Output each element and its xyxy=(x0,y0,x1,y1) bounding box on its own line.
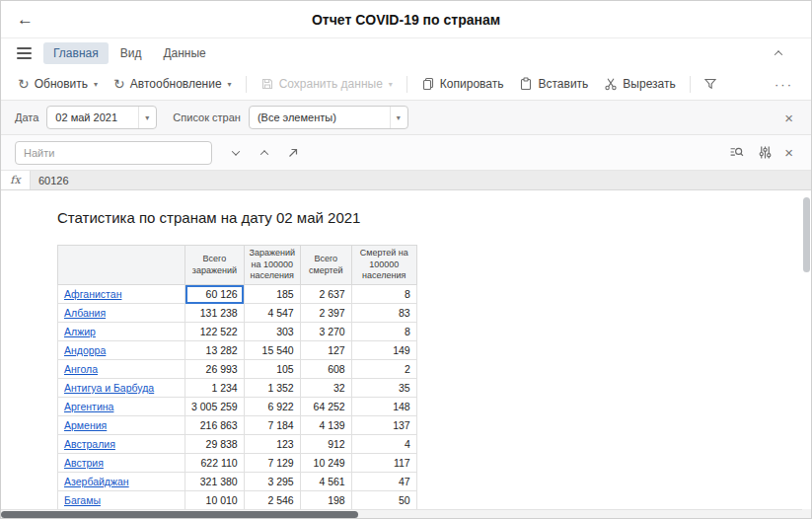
value-cell[interactable]: 622 110 xyxy=(185,454,245,473)
value-cell[interactable]: 137 xyxy=(351,416,416,435)
close-parameters-button[interactable]: × xyxy=(780,109,797,127)
paste-button[interactable]: Вставить xyxy=(512,73,595,95)
menu-icon[interactable] xyxy=(17,47,32,59)
country-cell: Австрия xyxy=(58,454,185,473)
formula-bar-value[interactable]: 60126 xyxy=(31,171,811,189)
value-cell[interactable]: 64 252 xyxy=(300,398,351,416)
value-cell[interactable]: 1 352 xyxy=(244,379,300,398)
value-cell[interactable]: 198 xyxy=(300,491,351,509)
save-data-button[interactable]: Сохранить данные ▾ xyxy=(254,73,400,95)
value-cell[interactable]: 608 xyxy=(300,360,351,379)
country-cell: Австралия xyxy=(58,435,185,454)
value-cell[interactable]: 4 561 xyxy=(300,473,351,491)
countries-dropdown[interactable]: (Все элементы) ▾ xyxy=(249,106,408,129)
value-cell[interactable]: 117 xyxy=(351,454,416,473)
horizontal-scroll-thumb[interactable] xyxy=(1,511,358,518)
vertical-scroll-thumb[interactable] xyxy=(803,197,810,272)
value-cell[interactable]: 3 270 xyxy=(300,323,351,341)
value-cell[interactable]: 185 xyxy=(244,285,300,304)
search-in-list-icon xyxy=(729,145,744,160)
sliders-icon xyxy=(758,145,773,160)
value-cell[interactable]: 303 xyxy=(244,323,300,341)
country-link[interactable]: Ангола xyxy=(64,363,98,375)
value-cell[interactable]: 1 234 xyxy=(185,379,245,398)
value-cell[interactable]: 105 xyxy=(244,360,300,379)
corner-header-cell xyxy=(58,246,185,285)
value-cell[interactable]: 122 522 xyxy=(185,323,245,341)
tab-home[interactable]: Главная xyxy=(43,42,109,64)
value-cell[interactable]: 8 xyxy=(351,323,416,341)
collapse-ribbon-button[interactable] xyxy=(766,40,791,66)
close-search-button[interactable]: × xyxy=(780,143,797,162)
value-cell[interactable]: 2 xyxy=(351,360,416,379)
value-cell[interactable]: 321 380 xyxy=(185,473,245,491)
find-previous-button[interactable] xyxy=(252,140,277,166)
country-link[interactable]: Аргентина xyxy=(64,401,113,412)
country-link[interactable]: Багамы xyxy=(64,494,101,506)
table-row: Армения216 8637 1844 139137 xyxy=(58,416,417,435)
country-cell: Албания xyxy=(58,304,185,323)
value-cell[interactable]: 148 xyxy=(351,398,416,416)
value-cell[interactable]: 123 xyxy=(244,435,300,454)
date-dropdown[interactable]: 02 май 2021 ▾ xyxy=(46,106,157,129)
value-cell[interactable]: 131 238 xyxy=(185,304,245,323)
value-cell[interactable]: 216 863 xyxy=(185,416,245,435)
go-to-button[interactable] xyxy=(280,140,306,166)
value-cell[interactable]: 32 xyxy=(300,379,351,398)
cut-button[interactable]: Вырезать xyxy=(597,73,682,95)
country-link[interactable]: Австралия xyxy=(64,438,115,450)
horizontal-scrollbar[interactable] xyxy=(1,509,802,518)
country-link[interactable]: Андорра xyxy=(64,344,106,356)
value-cell[interactable]: 15 540 xyxy=(244,341,300,360)
value-cell[interactable]: 60 126 xyxy=(185,285,245,304)
country-link[interactable]: Азербайджан xyxy=(64,476,129,487)
value-cell[interactable]: 3 005 259 xyxy=(185,398,245,416)
value-cell[interactable]: 10 010 xyxy=(185,491,245,509)
value-cell[interactable]: 10 249 xyxy=(300,454,351,473)
country-link[interactable]: Армения xyxy=(64,419,107,431)
value-cell[interactable]: 2 637 xyxy=(300,285,351,304)
save-label: Сохранить данные xyxy=(279,77,383,91)
search-settings-button[interactable] xyxy=(752,140,777,166)
column-header: Всего смертей xyxy=(300,246,351,285)
back-arrow-icon[interactable]: ← xyxy=(17,11,34,28)
toolbar-overflow-button[interactable]: ··· xyxy=(767,77,801,92)
value-cell[interactable]: 4 139 xyxy=(300,416,351,435)
country-link[interactable]: Антигуа и Барбуда xyxy=(64,382,154,394)
value-cell[interactable]: 7 184 xyxy=(244,416,300,435)
country-link[interactable]: Австрия xyxy=(64,457,104,469)
value-cell[interactable]: 7 129 xyxy=(244,454,300,473)
value-cell[interactable]: 2 397 xyxy=(300,304,351,323)
copy-button[interactable]: Копировать xyxy=(414,73,511,95)
value-cell[interactable]: 13 282 xyxy=(185,341,245,360)
refresh-button[interactable]: ↻ Обновить ▾ xyxy=(11,73,105,95)
value-cell[interactable]: 3 295 xyxy=(244,473,300,491)
value-cell[interactable]: 47 xyxy=(351,473,416,491)
value-cell[interactable]: 35 xyxy=(351,379,416,398)
autorefresh-button[interactable]: ↻ Автообновление ▾ xyxy=(107,73,239,95)
value-cell[interactable]: 83 xyxy=(351,304,416,323)
value-cell[interactable]: 26 993 xyxy=(185,360,245,379)
search-options-button[interactable] xyxy=(723,140,749,166)
value-cell[interactable]: 149 xyxy=(351,341,416,360)
value-cell[interactable]: 29 838 xyxy=(185,435,245,454)
value-cell[interactable]: 2 546 xyxy=(244,491,300,509)
value-cell[interactable]: 4 547 xyxy=(244,304,300,323)
search-input[interactable] xyxy=(15,141,212,165)
find-next-button[interactable] xyxy=(223,140,249,166)
fx-icon: fx xyxy=(1,171,31,189)
country-link[interactable]: Албания xyxy=(64,307,106,319)
country-link[interactable]: Алжир xyxy=(64,326,96,337)
filter-button[interactable] xyxy=(698,71,723,97)
value-cell[interactable]: 912 xyxy=(300,435,351,454)
tab-view[interactable]: Вид xyxy=(111,42,152,64)
country-link[interactable]: Афганистан xyxy=(64,288,121,300)
tab-data[interactable]: Данные xyxy=(153,42,215,64)
value-cell[interactable]: 6 922 xyxy=(244,398,300,416)
table-row: Австралия29 8381239124 xyxy=(58,435,417,454)
value-cell[interactable]: 4 xyxy=(351,435,416,454)
value-cell[interactable]: 8 xyxy=(351,285,416,304)
value-cell[interactable]: 127 xyxy=(300,341,351,360)
value-cell[interactable]: 50 xyxy=(351,491,416,509)
vertical-scrollbar[interactable] xyxy=(803,192,810,507)
